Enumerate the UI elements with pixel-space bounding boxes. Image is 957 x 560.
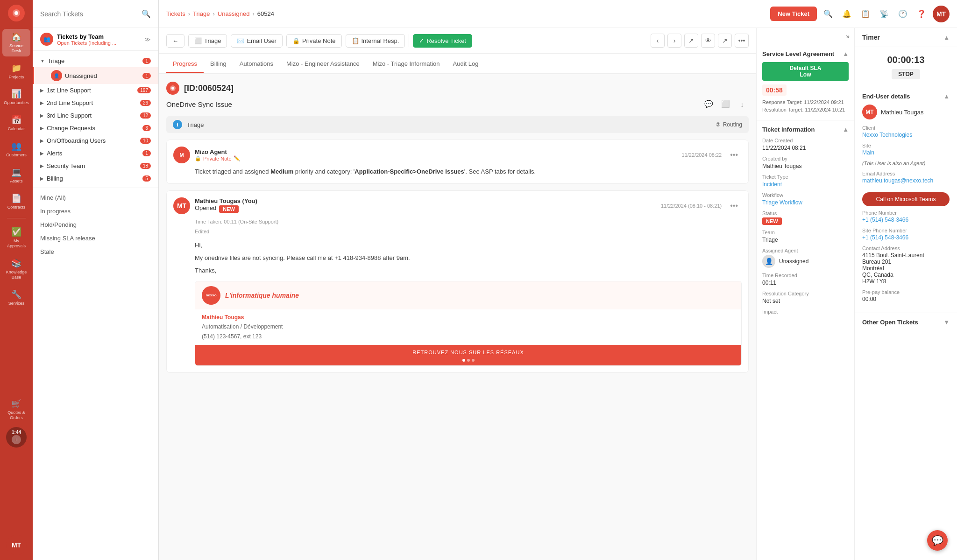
nav-flat-mine[interactable]: Mine (All) — [33, 191, 158, 204]
call-teams-button[interactable]: Call on Microsoft Teams — [862, 192, 950, 206]
search-topbar-btn[interactable]: 🔍 — [821, 7, 836, 21]
nav-item-security[interactable]: ▶ Security Team 18 — [33, 160, 158, 172]
nav-flat-hold[interactable]: Hold/Pending — [33, 218, 158, 231]
tab-audit-log[interactable]: Audit Log — [447, 56, 485, 73]
nav-item-onoff[interactable]: ▶ On/Offboarding Users 10 — [33, 134, 158, 147]
breadcrumb-unassigned[interactable]: Unassigned — [218, 10, 250, 17]
sidebar-item-knowledge[interactable]: 📚 Knowledge Base — [2, 255, 30, 283]
sidebar-user-avatar[interactable]: MT — [6, 535, 27, 555]
chat-button[interactable]: 💬 — [927, 530, 948, 551]
timer-collapse-btn[interactable]: ▲ — [943, 34, 950, 41]
sidebar-item-services[interactable]: 🔧 Services — [2, 287, 30, 309]
expand-icon[interactable]: » — [846, 33, 850, 40]
user-avatar[interactable]: MT — [933, 6, 950, 22]
mizo-more-btn[interactable]: ••• — [726, 149, 742, 161]
tab-billing[interactable]: Billing — [204, 56, 233, 73]
nav-item-2nd-line[interactable]: ▶ 2nd Line Support 26 — [33, 97, 158, 109]
nav-item-1st-line[interactable]: ▶ 1st Line Support 197 — [33, 84, 158, 97]
internal-resp-button[interactable]: 📋 Internal Resp. — [346, 34, 405, 48]
sidebar-item-approvals[interactable]: ✅ My Approvals — [2, 224, 30, 252]
toolbar-more-btn[interactable]: ••• — [735, 34, 749, 48]
other-tickets-title: Other Open Tickets — [862, 319, 918, 326]
nav-sub-item-unassigned[interactable]: 👤 Unassigned 1 — [33, 67, 158, 84]
breadcrumb-triage[interactable]: Triage — [193, 10, 210, 17]
toolbar-next-btn[interactable]: › — [667, 34, 681, 48]
other-tickets-collapse-btn[interactable]: ▼ — [943, 319, 950, 326]
workflow-value[interactable]: Triage Workflow — [762, 199, 849, 206]
private-note-lock-icon: 🔒 — [195, 155, 201, 161]
search-input[interactable] — [40, 10, 137, 18]
internal-resp-icon: 📋 — [352, 37, 359, 44]
site-value[interactable]: Main — [862, 149, 950, 156]
email-user-button[interactable]: ✉️ Email User — [231, 34, 283, 48]
sla-response-target: Response Target: 11/22/2024 09:21 — [762, 99, 849, 105]
sidebar-item-customers[interactable]: 👥 Customers — [2, 138, 30, 161]
private-note-button[interactable]: 🔒 Private Note — [286, 34, 342, 48]
phone-row: Phone Number +1 (514) 548-3466 — [862, 210, 950, 223]
back-arrow-icon: ← — [172, 37, 178, 44]
site-phone-value[interactable]: +1 (514) 548-3466 — [862, 234, 950, 241]
nav-item-change-req[interactable]: ▶ Change Requests 3 — [33, 122, 158, 134]
sidebar-item-contracts[interactable]: 📄 Contracts — [2, 190, 30, 213]
toolbar-view-btn[interactable]: 👁 — [701, 34, 715, 48]
back-button[interactable]: ← — [166, 34, 184, 48]
nav-flat-in-progress[interactable]: In progress — [33, 204, 158, 218]
resolve-ticket-button[interactable]: ✓ Resolve Ticket — [413, 34, 472, 48]
email-value[interactable]: mathieu.tougas@nexxo.tech — [862, 177, 950, 184]
comment-btn[interactable]: 💬 — [702, 98, 715, 111]
app-logo[interactable] — [8, 5, 25, 21]
tab-mizo-triage[interactable]: Mizo - Triage Information — [366, 56, 447, 73]
new-ticket-button[interactable]: New Ticket — [770, 7, 817, 21]
sidebar-item-calendar[interactable]: 📅 Calendar — [2, 112, 30, 134]
notifications-btn[interactable]: 🔔 — [839, 7, 854, 21]
sidebar-item-projects[interactable]: 📁 Projects — [2, 60, 30, 83]
status-label: Status — [762, 210, 849, 216]
tab-progress[interactable]: Progress — [166, 56, 204, 73]
sidebar-item-quotes[interactable]: 🛒 Quotes & Orders — [2, 396, 30, 423]
nav-item-billing[interactable]: ▶ Billing 5 — [33, 172, 158, 185]
calendar-btn[interactable]: 📋 — [858, 7, 873, 21]
sidebar-item-assets[interactable]: 💻 Assets — [2, 164, 30, 187]
help-btn[interactable]: ❓ — [914, 7, 929, 21]
timer-stop-button[interactable]: STOP — [892, 69, 920, 79]
copy-btn[interactable]: ⬜ — [719, 98, 732, 111]
toolbar-share-btn[interactable]: ↗ — [718, 34, 732, 48]
mathieu-more-btn[interactable]: ••• — [726, 200, 742, 212]
timer-value: 00:00:13 — [862, 55, 950, 65]
created-by-value: Mathieu Tougas — [762, 163, 849, 169]
mizo-name: Mizo Agent — [195, 148, 677, 155]
sidebar-pause-btn[interactable]: ⏸ — [12, 435, 21, 444]
time-btn[interactable]: 🕐 — [895, 7, 910, 21]
download-btn[interactable]: ↓ — [736, 98, 749, 111]
sidebar-item-opportunities[interactable]: 📊 Opportunities — [2, 86, 30, 108]
resolution-cat-label: Resolution Category — [762, 291, 849, 296]
nav-item-triage[interactable]: ▼ Triage 1 — [33, 55, 158, 67]
address-line2: Bureau 201 — [862, 259, 950, 265]
feed-btn[interactable]: 📡 — [877, 7, 892, 21]
time-recorded-row: Time Recorded 00:11 — [762, 273, 849, 286]
ticket-type-value[interactable]: Incident — [762, 181, 849, 188]
triage-button[interactable]: ⬜ Triage — [188, 34, 227, 48]
nav-flat-missing-sla[interactable]: Missing SLA release — [33, 231, 158, 245]
nav-flat-stale[interactable]: Stale — [33, 245, 158, 259]
nav-item-3rd-line[interactable]: ▶ 3rd Line Support 12 — [33, 109, 158, 122]
end-user-collapse-btn[interactable]: ▲ — [943, 93, 950, 100]
tab-automations[interactable]: Automations — [233, 56, 280, 73]
client-value[interactable]: Nexxo Technologies — [862, 132, 950, 138]
1st-line-arrow-icon: ▶ — [40, 88, 44, 93]
tab-mizo-engineer[interactable]: Mizo - Engineer Assistance — [280, 56, 366, 73]
ticket-info-collapse-btn[interactable]: ▲ — [843, 126, 849, 133]
sidebar-item-service-desk[interactable]: 🏠 Service Desk — [2, 29, 30, 56]
toolbar-prev-btn[interactable]: ‹ — [651, 34, 665, 48]
toolbar-external-btn[interactable]: ↗ — [684, 34, 698, 48]
nav-item-alerts[interactable]: ▶ Alerts 1 — [33, 147, 158, 160]
workflow-row: Workflow Triage Workflow — [762, 192, 849, 206]
phone-value[interactable]: +1 (514) 548-3466 — [862, 217, 950, 223]
sla-collapse-btn[interactable]: ▲ — [843, 50, 849, 57]
search-icon[interactable]: 🔍 — [142, 9, 151, 18]
ticket-type-row: Ticket Type Incident — [762, 174, 849, 188]
client-label: Client — [862, 125, 950, 131]
breadcrumb-tickets[interactable]: Tickets — [166, 10, 185, 17]
end-user-title: End-User details — [862, 93, 910, 100]
nav-collapse-btn[interactable]: ≫ — [144, 36, 151, 43]
